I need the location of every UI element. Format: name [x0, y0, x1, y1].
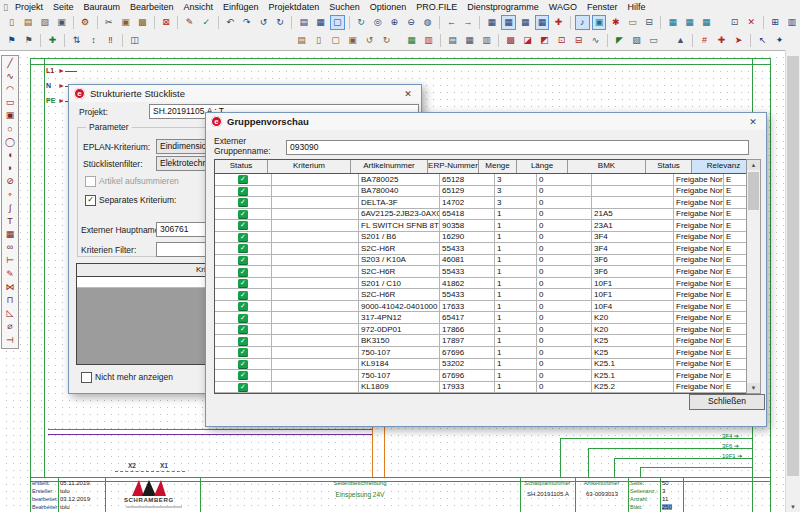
paste-page-icon[interactable]: ▣ — [345, 33, 360, 48]
table-row[interactable]: ✓S203 / K10A46081103F6Freigabe NormE — [215, 255, 747, 267]
circle-tool-icon[interactable]: ○ — [3, 122, 17, 135]
grid-size-3-icon[interactable]: ▦ — [518, 15, 533, 30]
delete-selection-icon[interactable]: ⊠ — [159, 15, 174, 30]
table-row[interactable]: ✓S201 / C10418621010F1Freigabe NormE — [215, 278, 747, 290]
table-row[interactable]: ✓6AV2125-2JB23-0AX0654181021A5Freigabe N… — [215, 209, 747, 221]
terminal-strip-icon[interactable]: ◪ — [520, 33, 535, 48]
parts-cart-icon[interactable]: ⊞ — [768, 15, 783, 30]
format-paint-icon[interactable]: ✎ — [182, 15, 197, 30]
dim-chain-tool-icon[interactable]: ⋈ — [3, 280, 17, 293]
curve-tool-icon[interactable]: ∫ — [3, 201, 17, 214]
column-header-erp-nummer[interactable]: ERP-Nummer — [428, 160, 479, 173]
copy-page-icon[interactable]: ▢ — [328, 33, 343, 48]
external-group-name-field[interactable]: 093090 — [286, 140, 749, 155]
menu-item-ansicht[interactable]: Ansicht — [179, 2, 219, 12]
wire-curve-icon[interactable]: ∿ — [588, 33, 603, 48]
table-row[interactable]: ✓BK31501789710K25Freigabe NormE — [215, 335, 747, 347]
undo-icon[interactable]: ↶ — [223, 15, 238, 30]
color-image-icon[interactable]: ▦ — [404, 33, 419, 48]
circle-slash-tool-icon[interactable]: ⊘ — [3, 175, 17, 188]
menu-item-projekt[interactable]: Projekt — [10, 2, 48, 12]
scroll-up-icon[interactable]: ▲ — [747, 160, 760, 170]
table-row[interactable]: ✓KL18091793310K25.2Freigabe NormE — [215, 382, 747, 393]
rotate-right-icon[interactable]: ↻ — [379, 33, 394, 48]
pan-tool-icon[interactable]: ✦ — [772, 33, 787, 48]
scrollbar-thumb[interactable] — [787, 56, 799, 476]
menu-item-hilfe[interactable]: Hilfe — [622, 2, 650, 12]
table-row[interactable]: ✓317-4PN126541710K20Freigabe NormE — [215, 312, 747, 324]
macro-box-1-icon[interactable]: ▤ — [445, 33, 460, 48]
menu-item-fenster[interactable]: Fenster — [582, 2, 623, 12]
dim-pen-tool-icon[interactable]: ✎ — [3, 267, 17, 280]
sort-range-icon[interactable]: ↕ — [86, 33, 101, 48]
table-row[interactable]: ✓972-0DP011786610K20Freigabe NormE — [215, 324, 747, 336]
grid-size-1-icon[interactable]: ▦ — [484, 15, 499, 30]
measure-tool-icon[interactable]: ⌀ — [3, 320, 17, 333]
open-page-icon[interactable]: ▤ — [21, 15, 36, 30]
table-extend-icon[interactable]: ▦ — [682, 15, 697, 30]
new-subpage-icon[interactable]: ▯ — [311, 33, 326, 48]
grid-size-2-icon[interactable]: ▦ — [501, 15, 516, 30]
polyline-tool-icon[interactable]: ∿ — [3, 69, 17, 82]
menu-item-bearbeiten[interactable]: Bearbeiten — [125, 2, 179, 12]
dont-show-checkbox[interactable] — [81, 372, 92, 383]
menu-item-optionen[interactable]: Optionen — [365, 2, 412, 12]
snap-to-grid-icon[interactable]: ✚ — [551, 15, 566, 30]
plc-box-icon[interactable]: ◩ — [537, 33, 552, 48]
apply-check-icon[interactable]: ✓ — [199, 15, 214, 30]
add-part-icon[interactable]: ✚ — [45, 33, 60, 48]
new-page-icon[interactable]: ▯ — [4, 15, 19, 30]
nav-back-icon[interactable]: ← — [444, 15, 459, 30]
dim-linear-tool-icon[interactable]: ⊢ — [3, 254, 17, 267]
rotate-left-icon[interactable]: ↺ — [362, 33, 377, 48]
point-tool-icon[interactable]: ∘ — [3, 188, 17, 201]
refresh-icon[interactable]: ↻ — [354, 15, 369, 30]
settings-wrench-icon[interactable]: ⚙ — [78, 15, 93, 30]
zoom-out-icon[interactable]: ⊖ — [404, 15, 419, 30]
redo-icon[interactable]: ↷ — [239, 15, 254, 30]
line-tool-icon[interactable]: ╱ — [3, 56, 17, 69]
arc-tool-tool-icon[interactable]: ◠ — [3, 82, 17, 95]
move-cross-icon[interactable]: ✚ — [714, 33, 729, 48]
separate-criterion-checkbox[interactable]: ✓ — [85, 195, 96, 206]
menu-item-wago[interactable]: WAGO — [544, 2, 582, 12]
strip-tool-icon[interactable]: ⊟ — [642, 15, 657, 30]
table-scrollbar-thumb[interactable] — [748, 172, 759, 210]
menu-item-pro-file[interactable]: PRO.FILE — [411, 2, 462, 12]
menu-item-suchen[interactable]: Suchen — [324, 2, 365, 12]
page-properties-icon[interactable]: ▧ — [37, 15, 52, 30]
table-row[interactable]: ✓S201 / B616290103F4Freigabe NormE — [215, 232, 747, 244]
device-navigator-icon[interactable]: ▩ — [503, 33, 518, 48]
cabinet-box-icon[interactable]: ⊡ — [554, 33, 569, 48]
vertical-scrollbar[interactable]: ▼ — [785, 50, 800, 512]
stamp-tool-icon[interactable]: ✱ — [608, 15, 623, 30]
column-header-bmk[interactable]: BMK — [568, 160, 646, 173]
table-row[interactable]: ✓BA7800406512930Freigabe NormE — [215, 186, 747, 198]
hyperlink-tool-icon[interactable]: ∞ — [3, 241, 17, 254]
menu-item-bauraum[interactable]: Bauraum — [78, 2, 125, 12]
pin-grid-icon[interactable]: # — [697, 33, 712, 48]
table-row[interactable]: ✓S2C-H6R554331010F1Freigabe NormE — [215, 289, 747, 301]
measure-chart-icon[interactable]: ▥ — [784, 15, 799, 30]
column-header-l-nge[interactable]: Länge — [517, 160, 568, 173]
pointer-icon[interactable]: ↖ — [755, 33, 770, 48]
package-box-icon[interactable]: ▭ — [625, 15, 640, 30]
zoom-all-icon[interactable]: ◍ — [420, 15, 435, 30]
print-icon[interactable]: ▣ — [54, 15, 69, 30]
text-tool-icon[interactable]: T — [3, 214, 17, 227]
marker-triangle-icon[interactable]: ▲ — [673, 33, 688, 48]
fill-solid-icon[interactable]: ◤ — [612, 33, 627, 48]
undo-list-icon[interactable]: ↺ — [256, 15, 271, 30]
page-preview-icon[interactable]: ▤ — [296, 15, 311, 30]
dialog-titlebar[interactable]: e Strukturierte Stückliste ✕ — [69, 85, 421, 102]
macro-box-2-icon[interactable]: ▦ — [462, 33, 477, 48]
table-row[interactable]: ✓BA7800256512830Freigabe NormE — [215, 174, 747, 186]
menu-item-seite[interactable]: Seite — [48, 2, 79, 12]
column-header-artikelnummer[interactable]: Artikelnummer — [351, 160, 428, 173]
close-icon[interactable]: ✕ — [400, 89, 416, 99]
origin-point-icon[interactable]: ⊡ — [727, 15, 742, 30]
device-grid-icon[interactable]: ▥ — [421, 33, 436, 48]
table-scrollbar[interactable]: ▲ ▼ — [746, 159, 761, 394]
rect-filled-tool-icon[interactable]: ▣ — [3, 109, 17, 122]
fill-none-icon[interactable]: ▭ — [646, 33, 661, 48]
